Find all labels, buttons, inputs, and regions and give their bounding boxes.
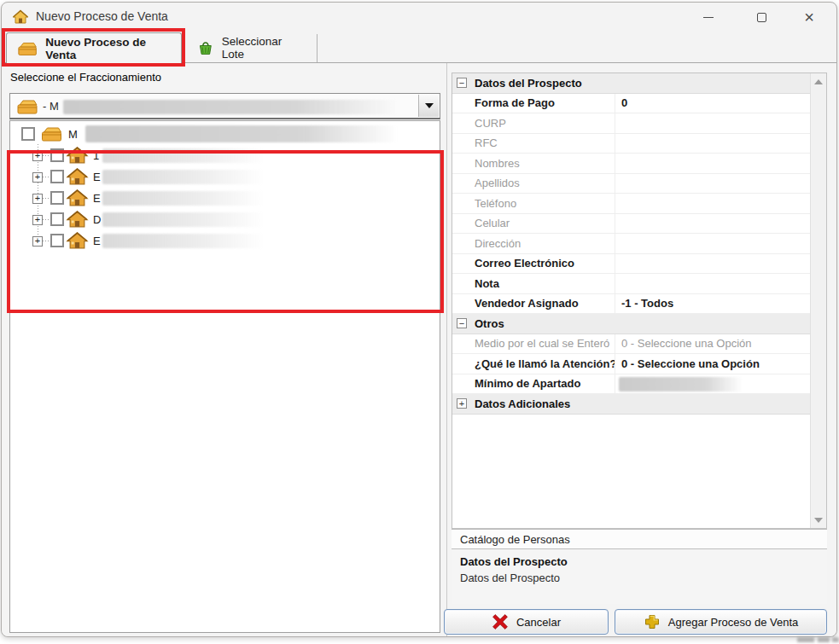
fraccionamiento-combobox[interactable]: - M — [9, 93, 440, 119]
checkbox[interactable] — [50, 234, 64, 247]
grid-property-value[interactable]: 0 - Seleccione una Opción — [615, 354, 810, 374]
grid-property-label: Mínimo de Apartado — [452, 377, 615, 390]
gold-house-icon — [66, 210, 89, 229]
tree-node-label: D — [93, 213, 101, 226]
minimize-icon — [703, 17, 714, 18]
house-app-icon — [12, 9, 29, 26]
checkbox[interactable] — [50, 191, 64, 205]
tree-node[interactable]: +E — [10, 166, 438, 188]
description-title: Datos del Prospecto — [460, 555, 819, 568]
tree-connector-line — [43, 241, 50, 241]
expand-plus-icon[interactable]: + — [457, 398, 467, 409]
scroll-down-button[interactable] — [811, 513, 826, 527]
redacted-text — [102, 170, 265, 184]
combobox-dropdown-button[interactable] — [418, 95, 439, 117]
grid-property-label: Nombres — [452, 157, 615, 170]
grid-property-value[interactable] — [615, 214, 810, 234]
collapse-minus-icon[interactable]: − — [457, 318, 467, 328]
grid-property-label: Dirección — [452, 237, 615, 250]
grid-property-value[interactable] — [615, 274, 810, 293]
tab-seleccionar-lote[interactable]: Seleccionar Lote — [187, 32, 317, 63]
grid-property-label: CURP — [452, 117, 615, 130]
grid-property-value[interactable] — [615, 154, 810, 173]
grid-property-label: ¿Qué le llamó la Atención? — [452, 357, 615, 370]
tree-root-node[interactable]: M — [10, 123, 438, 145]
cancel-button[interactable]: Cancelar — [444, 609, 609, 635]
grid-property-value[interactable] — [615, 194, 810, 213]
chevron-down-icon — [425, 103, 434, 108]
close-button[interactable]: × — [792, 6, 826, 28]
grid-property-row[interactable]: Teléfono — [452, 194, 810, 214]
tab-strip: Nuevo Proceso de Venta Seleccionar Lote — [2, 31, 836, 63]
maximize-icon — [757, 13, 766, 22]
grid-property-row[interactable]: Correo Electrónico — [452, 254, 810, 275]
grid-property-value[interactable]: -1 - Todos — [615, 294, 810, 314]
grid-property-row[interactable]: RFC — [452, 134, 810, 154]
tree-node[interactable]: +E — [10, 230, 438, 252]
tree-connector-line — [43, 155, 50, 156]
property-grid: −Datos del ProspectoForma de Pago0CURPRF… — [452, 73, 827, 529]
grid-category-row[interactable]: +Datos Adicionales — [452, 394, 810, 415]
agregar-proceso-button-label: Agregar Proceso de Venta — [668, 616, 799, 629]
fraccionamiento-tree[interactable]: M +1+E+E+D+E — [9, 120, 440, 633]
collapse-minus-icon[interactable]: − — [457, 78, 467, 88]
red-x-icon — [492, 613, 509, 630]
expand-plus-icon[interactable]: + — [32, 215, 43, 225]
tab-nuevo-proceso[interactable]: Nuevo Proceso de Venta — [6, 32, 182, 63]
checkbox[interactable] — [50, 148, 64, 162]
grid-property-value[interactable] — [615, 174, 810, 194]
scroll-up-button[interactable] — [811, 74, 826, 89]
grid-property-row[interactable]: CURP — [452, 113, 810, 134]
expand-plus-icon[interactable]: + — [32, 194, 43, 204]
grid-property-row[interactable]: Nombres — [452, 154, 810, 174]
description-text: Datos del Prospecto — [460, 571, 819, 584]
grid-property-label: Medio por el cual se Enteró — [452, 337, 615, 350]
minimize-button[interactable] — [691, 6, 725, 28]
right-panel: −Datos del ProspectoForma de Pago0CURPRF… — [451, 63, 828, 636]
grid-category-label: Otros — [475, 317, 504, 330]
grid-property-row[interactable]: Mínimo de Apartado — [452, 374, 810, 395]
maximize-button[interactable] — [744, 6, 778, 28]
grid-property-row[interactable]: Celular — [452, 214, 810, 235]
combobox-value: - M — [43, 100, 59, 113]
grid-category-row[interactable]: −Datos del Prospecto — [452, 73, 810, 94]
grid-property-value[interactable]: 0 - Seleccione una Opción — [615, 334, 810, 354]
expand-plus-icon[interactable]: + — [32, 172, 43, 183]
grid-property-row[interactable]: Vendedor Asignado-1 - Todos — [452, 294, 810, 315]
agregar-proceso-button[interactable]: Agregar Proceso de Venta — [615, 609, 827, 635]
panel-divider — [446, 63, 447, 636]
expand-plus-icon[interactable]: + — [32, 236, 43, 247]
checkbox[interactable] — [21, 127, 35, 141]
grid-property-row[interactable]: ¿Qué le llamó la Atención?0 - Seleccione… — [452, 354, 810, 374]
scrollbar[interactable] — [810, 73, 826, 528]
dialog-window: Nuevo Proceso de Venta × Nuevo Proceso d… — [1, 2, 837, 637]
grid-property-value[interactable] — [615, 234, 810, 253]
grid-property-row[interactable]: Dirección — [452, 234, 810, 254]
grid-property-value[interactable] — [615, 113, 810, 133]
redacted-text — [102, 191, 265, 206]
triangle-down-icon — [814, 518, 823, 523]
grid-property-label: Correo Electrónico — [452, 257, 615, 270]
close-icon: × — [804, 9, 814, 26]
grid-property-row[interactable]: Nota — [452, 274, 810, 294]
redacted-text — [102, 234, 265, 248]
tree-node[interactable]: +1 — [10, 145, 438, 166]
tree-node[interactable]: +D — [10, 209, 438, 230]
grid-property-value[interactable] — [615, 254, 810, 274]
grid-property-row[interactable]: Apellidos — [452, 174, 810, 194]
catalogo-personas-row[interactable]: Catálogo de Personas — [452, 529, 827, 549]
grid-property-value[interactable] — [615, 134, 810, 154]
grid-property-row[interactable]: Forma de Pago0 — [452, 94, 810, 114]
grid-category-row[interactable]: −Otros — [452, 314, 810, 334]
tree-node[interactable]: +E — [10, 188, 438, 209]
grid-property-value[interactable]: 0 — [615, 94, 810, 113]
grid-property-label: Teléfono — [452, 197, 615, 210]
gold-box-icon — [16, 98, 38, 115]
grid-category-label: Datos del Prospecto — [475, 77, 582, 90]
triangle-up-icon — [814, 79, 823, 84]
grid-property-value[interactable] — [615, 374, 810, 394]
checkbox[interactable] — [50, 170, 64, 183]
expand-plus-icon[interactable]: + — [32, 151, 43, 161]
grid-property-row[interactable]: Medio por el cual se Enteró0 - Seleccion… — [452, 334, 810, 355]
checkbox[interactable] — [50, 212, 64, 226]
